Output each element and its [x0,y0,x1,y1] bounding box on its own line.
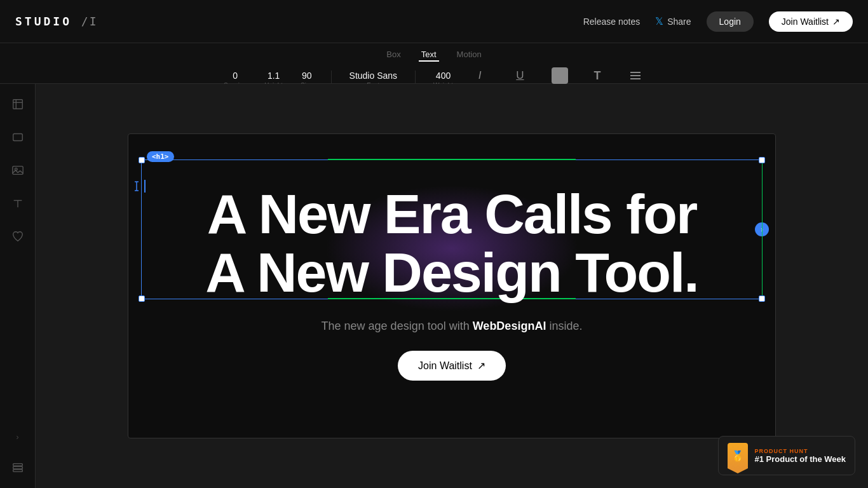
header: STUDIO /I Release notes 𝕏 Share Login Jo… [0,0,868,43]
sidebar-tool-heart[interactable] [8,226,28,247]
subtitle-text: The new age design tool with WebDesignAI… [322,320,583,333]
text-cursor [132,179,146,193]
guide-top [328,159,576,160]
resize-handle-bl[interactable] [139,295,145,302]
svg-rect-3 [13,100,22,109]
ph-text: PRODUCT HUNT #1 Product of the Week [754,448,846,464]
tab-box[interactable]: Box [384,48,403,62]
toolbar: Box Text Motion 0 Spacing 1.1 Height 90 … [0,43,868,84]
expand-handle-right[interactable]: › [755,222,769,236]
sidebar-tool-text[interactable] [8,193,28,214]
login-button[interactable]: Login [707,11,754,32]
sidebar-tool-frame[interactable] [8,94,28,114]
product-hunt-badge[interactable]: 🥇 PRODUCT HUNT #1 Product of the Week [718,436,855,475]
heading-text[interactable]: A New Era Calls for A New Design Tool. [205,185,698,302]
svg-rect-13 [13,464,22,466]
svg-rect-12 [13,466,22,469]
share-button[interactable]: 𝕏 Share [655,15,691,27]
ph-medal: 🥇 [728,443,748,468]
resize-handle-br[interactable] [759,295,765,302]
svg-rect-11 [13,470,22,472]
resize-handle-tl[interactable] [139,157,145,163]
tab-text[interactable]: Text [419,48,439,62]
tab-motion[interactable]: Motion [454,48,484,62]
header-right: Release notes 𝕏 Share Login Join Waitlis… [583,11,853,32]
canvas-join-button[interactable]: Join Waitlist ↗ [398,351,506,381]
h1-tag-badge: <h1> [147,151,174,162]
sidebar-tool-layers[interactable] [8,458,28,478]
join-waitlist-button[interactable]: Join Waitlist ↗ [769,11,853,32]
vertical-guide-right [762,163,763,295]
canvas-frame[interactable]: <h1> › [128,133,776,438]
resize-handle-tr[interactable] [759,157,765,163]
main-area: › <h1> › [0,84,868,488]
sidebar-tool-image[interactable] [8,160,28,180]
sidebar-collapse-button[interactable]: › [8,427,28,447]
sidebar-tool-rectangle[interactable] [8,127,28,147]
sidebar: › [0,84,36,488]
canvas-area: <h1> › [36,84,868,488]
color-swatch [552,67,568,84]
twitter-icon: 𝕏 [655,15,663,27]
release-notes-link[interactable]: Release notes [583,17,641,27]
toolbar-tabs: Box Text Motion [384,48,484,62]
logo: STUDIO /I [15,15,98,28]
svg-rect-6 [13,134,22,141]
